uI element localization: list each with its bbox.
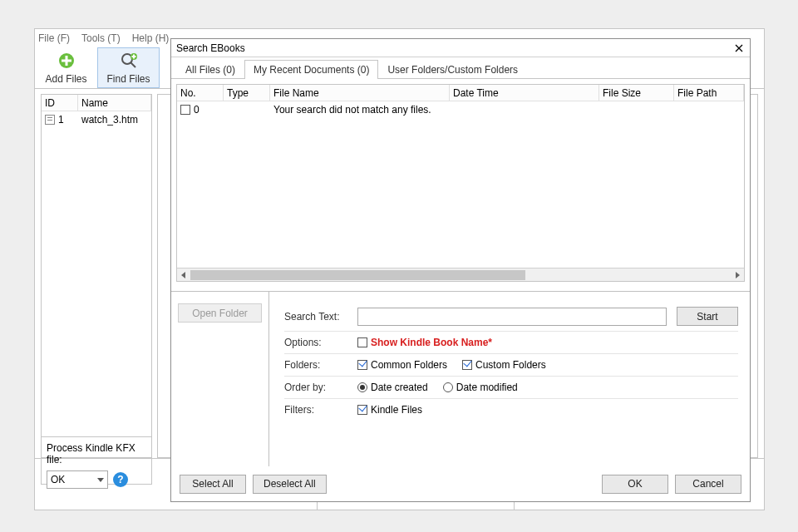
tab-all-files[interactable]: All Files (0) [176, 60, 244, 79]
search-text-label: Search Text: [284, 311, 357, 323]
col-id[interactable]: ID [42, 95, 78, 111]
common-folders-checkbox[interactable] [357, 360, 367, 370]
kindle-files-checkbox[interactable] [357, 405, 367, 415]
svg-marker-11 [736, 272, 740, 278]
svg-line-4 [131, 62, 135, 67]
search-ebooks-dialog: Search EBooks All Files (0) My Recent Do… [170, 38, 751, 502]
search-input[interactable] [357, 308, 667, 326]
col-filename[interactable]: File Name [270, 85, 450, 101]
custom-folders-option[interactable]: Custom Folders [462, 359, 546, 371]
ok-button[interactable]: OK [602, 475, 668, 494]
order-by-label: Order by: [284, 382, 357, 393]
dialog-titlebar: Search EBooks [171, 39, 750, 57]
svg-rect-7 [131, 56, 135, 57]
file-list-header: ID Name [42, 95, 151, 111]
search-form: Search Text: Start Options: Show Kindle … [269, 292, 750, 466]
dialog-lower-area: Open Folder Search Text: Start Options: … [171, 291, 750, 501]
col-name[interactable]: Name [78, 95, 151, 111]
cancel-button[interactable]: Cancel [675, 475, 741, 494]
kfx-panel: Process Kindle KFX file: OK ? [41, 436, 152, 485]
open-folder-button[interactable]: Open Folder [178, 303, 262, 323]
menu-tools[interactable]: Tools (T) [81, 32, 121, 44]
svg-marker-10 [181, 272, 185, 278]
kindle-files-option[interactable]: Kindle Files [357, 404, 422, 416]
deselect-all-button[interactable]: Deselect All [253, 475, 327, 494]
kfx-label: Process Kindle KFX file: [47, 442, 146, 466]
kfx-select[interactable]: OK [47, 470, 108, 489]
common-folders-label: Common Folders [371, 359, 447, 371]
cell-name: watch_3.htm [78, 114, 151, 126]
table-row[interactable]: 0 Your search did not match any files. [177, 101, 744, 118]
close-icon [735, 44, 743, 52]
chevron-down-icon [97, 478, 104, 482]
scroll-left-icon[interactable] [177, 268, 190, 282]
dialog-footer: Select All Deselect All OK Cancel [171, 466, 750, 501]
show-kindle-checkbox[interactable] [357, 337, 367, 347]
list-item[interactable]: 1 watch_3.htm [42, 111, 151, 128]
select-all-button[interactable]: Select All [180, 475, 246, 494]
custom-folders-label: Custom Folders [475, 359, 546, 371]
col-datetime[interactable]: Date Time [450, 85, 599, 101]
find-files-label: Find Files [106, 73, 150, 85]
results-header: No. Type File Name Date Time File Size F… [177, 85, 744, 101]
filters-label: Filters: [284, 404, 357, 416]
kindle-files-label: Kindle Files [371, 404, 422, 416]
add-files-button[interactable]: Add Files [35, 47, 97, 88]
cell-message: Your search did not match any files. [270, 104, 520, 116]
date-modified-option[interactable]: Date modified [443, 382, 518, 393]
search-plus-icon [120, 52, 138, 70]
start-button[interactable]: Start [677, 307, 738, 326]
scrollbar-thumb[interactable] [190, 270, 525, 280]
kfx-select-value: OK [51, 474, 65, 485]
svg-rect-2 [62, 59, 71, 62]
col-no[interactable]: No. [177, 85, 224, 101]
col-type[interactable]: Type [224, 85, 270, 101]
help-icon[interactable]: ? [113, 472, 128, 487]
cell-no: 0 [194, 104, 200, 116]
close-button[interactable] [733, 42, 745, 54]
options-label: Options: [284, 337, 357, 348]
document-icon [45, 115, 55, 125]
cell-id: 1 [58, 114, 64, 126]
menu-file[interactable]: File (F) [38, 32, 70, 44]
show-kindle-option[interactable]: Show Kindle Book Name* [357, 337, 492, 348]
menu-help[interactable]: Help (H) [132, 32, 170, 44]
scrollbar-track[interactable] [190, 268, 731, 282]
date-modified-label: Date modified [456, 382, 518, 393]
add-files-label: Add Files [45, 73, 86, 85]
horizontal-scrollbar[interactable] [177, 268, 744, 281]
row-checkbox[interactable] [180, 105, 190, 115]
tab-user-folders[interactable]: User Folders/Custom Folders [378, 60, 527, 79]
date-created-option[interactable]: Date created [357, 382, 428, 393]
date-created-label: Date created [371, 382, 428, 393]
scroll-right-icon[interactable] [731, 268, 744, 282]
dialog-tabs: All Files (0) My Recent Documents (0) Us… [171, 57, 750, 79]
dialog-title: Search EBooks [176, 42, 245, 54]
results-grid: No. Type File Name Date Time File Size F… [176, 84, 745, 282]
col-filesize[interactable]: File Size [599, 85, 674, 101]
date-created-radio[interactable] [357, 382, 367, 392]
find-files-button[interactable]: Find Files [97, 47, 160, 88]
show-kindle-label: Show Kindle Book Name* [371, 337, 492, 348]
tab-recent-documents[interactable]: My Recent Documents (0) [244, 60, 378, 79]
custom-folders-checkbox[interactable] [462, 360, 472, 370]
common-folders-option[interactable]: Common Folders [357, 359, 447, 371]
date-modified-radio[interactable] [443, 382, 453, 392]
folders-label: Folders: [284, 359, 357, 371]
file-list-pane: ID Name 1 watch_3.htm [41, 94, 152, 458]
add-icon [57, 52, 76, 70]
col-filepath[interactable]: File Path [674, 85, 744, 101]
